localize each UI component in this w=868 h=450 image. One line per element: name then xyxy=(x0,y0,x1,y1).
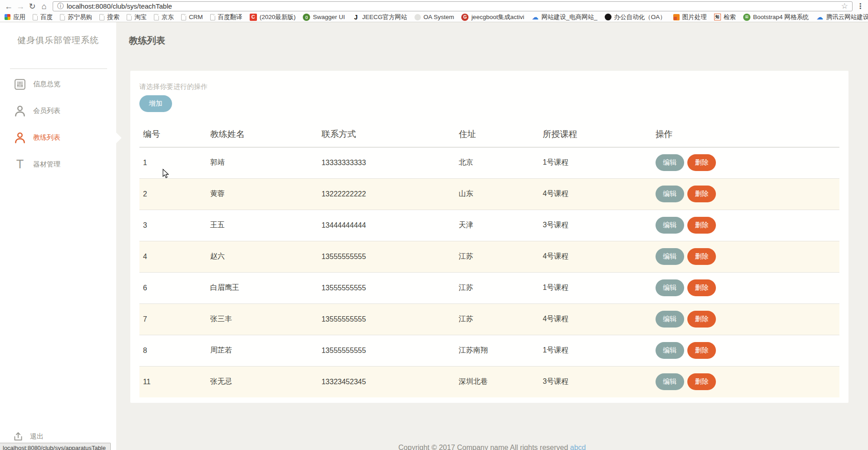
delete-button[interactable]: 删除 xyxy=(687,342,716,359)
cell-course: 3号课程 xyxy=(539,210,651,241)
delete-button[interactable]: 删除 xyxy=(687,217,716,234)
bookmark-item[interactable]: 淘宝 xyxy=(123,13,150,21)
table-row: 3 王五 13444444444 天津 3号课程 编辑 删除 xyxy=(139,210,839,241)
bookmark-item[interactable]: 腾讯云网站建设 xyxy=(813,13,868,21)
cell-id: 8 xyxy=(139,335,207,366)
footer-link[interactable]: abcd xyxy=(570,444,586,450)
bookmark-item[interactable]: 检索 xyxy=(710,13,740,21)
bookmark-item[interactable]: jeecgboot集成activi xyxy=(458,13,528,21)
cell-name: 周芷若 xyxy=(207,335,318,366)
cell-name: 王五 xyxy=(207,210,318,241)
url-text[interactable]: localhost:8080/club/sys/teachTable xyxy=(67,2,172,10)
back-icon[interactable]: ← xyxy=(3,2,15,10)
cell-phone: 13555555555 xyxy=(318,303,455,335)
cell-operations: 编辑 删除 xyxy=(652,241,839,272)
sidebar-menu: 信息总览 会员列表 教练列表 xyxy=(0,71,116,178)
edit-button[interactable]: 编辑 xyxy=(656,373,684,390)
bookmark-item[interactable]: 图片处理 xyxy=(670,13,710,21)
cell-operations: 编辑 删除 xyxy=(652,147,839,178)
bookmarks-bar: 应用 百度 苏宁易购 搜索 淘宝 京东 CRM 百度翻译 (2020最新版) S… xyxy=(0,12,868,22)
bookmark-item[interactable]: 办公自动化（OA） xyxy=(601,13,670,21)
bookmark-item[interactable]: 应用 xyxy=(1,13,29,21)
bookmark-star-icon[interactable]: ☆ xyxy=(841,1,848,11)
member-person-icon xyxy=(13,104,27,118)
cell-id: 6 xyxy=(139,272,207,303)
delete-button[interactable]: 删除 xyxy=(687,186,716,202)
cell-id: 2 xyxy=(139,178,207,210)
oa-icon xyxy=(414,14,421,20)
logout-icon xyxy=(12,430,24,442)
delete-button[interactable]: 删除 xyxy=(687,373,716,390)
edit-button[interactable]: 编辑 xyxy=(656,154,684,171)
table-row: 4 赵六 13555555555 江苏 4号课程 编辑 删除 xyxy=(139,241,839,272)
cell-address: 北京 xyxy=(455,147,539,178)
bookmark-item[interactable]: 百度 xyxy=(29,13,56,21)
cell-phone: 13555555555 xyxy=(318,241,455,272)
bookmark-item[interactable]: 京东 xyxy=(150,13,178,21)
edit-button[interactable]: 编辑 xyxy=(656,311,684,328)
bookmark-item[interactable]: (2020最新版) xyxy=(246,13,300,21)
table-row: 1 郭靖 13333333333 北京 1号课程 编辑 删除 xyxy=(139,147,839,178)
cell-phone: 13222222222 xyxy=(318,178,455,210)
logout-button[interactable]: 退出 xyxy=(12,430,44,442)
page-icon xyxy=(99,14,104,20)
bookmark-item[interactable]: JEECG官方网站 xyxy=(349,13,411,21)
edit-button[interactable]: 编辑 xyxy=(656,342,684,359)
delete-button[interactable]: 删除 xyxy=(687,154,716,171)
apps-icon xyxy=(5,14,10,20)
bookmark-item[interactable]: 百度翻译 xyxy=(207,13,246,21)
cell-id: 4 xyxy=(139,241,207,272)
reload-icon[interactable]: ↻ xyxy=(26,2,38,10)
browser-nav-bar: ← → ↻ ⌂ ⓘ localhost:8080/club/sys/teachT… xyxy=(0,0,868,12)
bookmark-item[interactable]: 搜索 xyxy=(96,13,123,21)
delete-button[interactable]: 删除 xyxy=(687,279,716,296)
sidebar-item-info-overview[interactable]: 信息总览 xyxy=(0,71,116,98)
bookmark-item[interactable]: OA System xyxy=(411,14,458,20)
cell-operations: 编辑 删除 xyxy=(652,335,839,366)
edit-button[interactable]: 编辑 xyxy=(656,217,684,234)
page-info-icon[interactable]: ⓘ xyxy=(57,2,64,10)
sidebar: 健身俱乐部管理系统 信息总览 xyxy=(0,22,116,450)
bookmark-item[interactable]: Bootstrap4 网格系统 xyxy=(740,13,813,21)
edit-button[interactable]: 编辑 xyxy=(656,248,684,265)
bookmark-item[interactable]: CRM xyxy=(178,14,207,20)
cell-phone: 13555555555 xyxy=(318,335,455,366)
address-bar[interactable]: ⓘ localhost:8080/club/sys/teachTable ☆ xyxy=(53,1,853,11)
status-bar: localhost:8080/club/sys/apparatusTable xyxy=(0,443,111,450)
edit-button[interactable]: 编辑 xyxy=(656,186,684,202)
browser-menu-icon[interactable]: ⋮ xyxy=(855,2,865,10)
cell-course: 4号课程 xyxy=(539,241,651,272)
sidebar-item-label: 教练列表 xyxy=(33,133,60,142)
image-icon xyxy=(673,14,680,20)
page-icon xyxy=(181,14,186,20)
g-icon xyxy=(461,14,469,21)
delete-button[interactable]: 删除 xyxy=(687,248,716,265)
col-header-operation: 操作 xyxy=(652,122,839,147)
cell-phone: 13444444444 xyxy=(318,210,455,241)
sidebar-item-equipment[interactable]: T 器材管理 xyxy=(0,151,116,178)
sidebar-item-member-list[interactable]: 会员列表 xyxy=(0,98,116,124)
cell-id: 1 xyxy=(139,147,207,178)
table-row: 6 白眉鹰王 13555555555 江苏 1号课程 编辑 删除 xyxy=(139,272,839,303)
cell-operations: 编辑 删除 xyxy=(652,210,839,241)
cell-operations: 编辑 删除 xyxy=(652,272,839,303)
sidebar-item-label: 会员列表 xyxy=(33,107,60,115)
coach-table-header: 编号 教练姓名 联系方式 住址 所授课程 操作 xyxy=(139,122,839,147)
table-row: 11 张无忌 13323452345 深圳北巷 3号课程 编辑 删除 xyxy=(139,366,839,397)
delete-button[interactable]: 删除 xyxy=(687,311,716,328)
home-icon[interactable]: ⌂ xyxy=(38,2,50,10)
add-button[interactable]: 增加 xyxy=(139,95,172,112)
col-header-course: 所授课程 xyxy=(539,122,651,147)
coach-table: 编号 教练姓名 联系方式 住址 所授课程 操作 1 郭靖 13333333333… xyxy=(139,122,839,397)
cell-course: 3号课程 xyxy=(539,366,651,397)
operation-prompt: 请选择你要进行的操作 xyxy=(139,83,839,91)
edit-button[interactable]: 编辑 xyxy=(656,279,684,296)
text-t-icon: T xyxy=(13,157,27,172)
sidebar-item-coach-list[interactable]: 教练列表 xyxy=(0,124,116,151)
forward-icon[interactable]: → xyxy=(15,2,26,10)
bookmark-item[interactable]: Swagger UI xyxy=(299,14,349,21)
bookmark-item[interactable]: 苏宁易购 xyxy=(56,13,96,21)
col-header-address: 住址 xyxy=(455,122,539,147)
cell-address: 天津 xyxy=(455,210,539,241)
bookmark-item[interactable]: 网站建设_电商网站_ xyxy=(528,13,601,21)
